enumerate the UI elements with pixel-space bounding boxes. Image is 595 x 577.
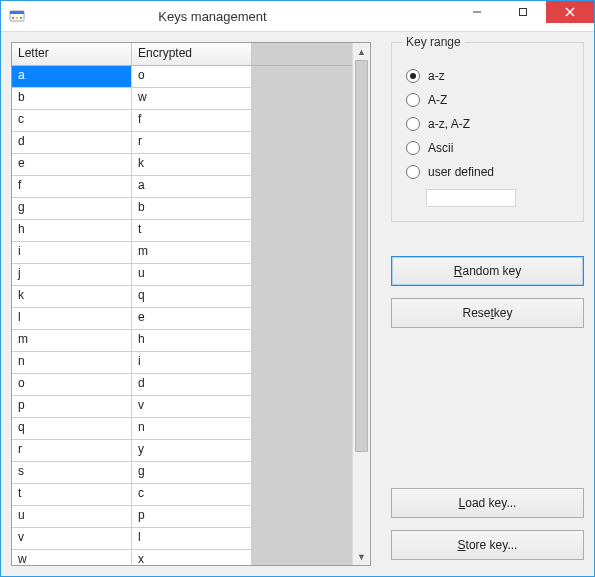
table-row[interactable]: dr xyxy=(12,132,252,154)
cell-letter[interactable]: i xyxy=(12,242,132,263)
cell-letter[interactable]: w xyxy=(12,550,132,565)
cell-letter[interactable]: l xyxy=(12,308,132,329)
cell-encrypted[interactable]: g xyxy=(132,462,252,483)
cell-letter[interactable]: f xyxy=(12,176,132,197)
cell-encrypted[interactable]: q xyxy=(132,286,252,307)
scroll-up-button[interactable]: ▲ xyxy=(353,43,370,60)
cell-letter[interactable]: s xyxy=(12,462,132,483)
column-header-encrypted[interactable]: Encrypted xyxy=(132,43,252,65)
cell-encrypted[interactable]: h xyxy=(132,330,252,351)
cell-encrypted[interactable]: c xyxy=(132,484,252,505)
cell-encrypted[interactable]: a xyxy=(132,176,252,197)
table-row[interactable]: sg xyxy=(12,462,252,484)
cell-encrypted[interactable]: m xyxy=(132,242,252,263)
table-row[interactable]: fa xyxy=(12,176,252,198)
cell-encrypted[interactable]: i xyxy=(132,352,252,373)
radio-label: Ascii xyxy=(428,141,453,155)
table-row[interactable]: im xyxy=(12,242,252,264)
cell-letter[interactable]: t xyxy=(12,484,132,505)
cell-encrypted[interactable]: t xyxy=(132,220,252,241)
reset-key-button[interactable]: Reset key xyxy=(391,298,584,328)
table-row[interactable]: ni xyxy=(12,352,252,374)
cell-encrypted[interactable]: e xyxy=(132,308,252,329)
table-row[interactable]: ry xyxy=(12,440,252,462)
cell-encrypted[interactable]: x xyxy=(132,550,252,565)
cell-letter[interactable]: b xyxy=(12,88,132,109)
cell-letter[interactable]: p xyxy=(12,396,132,417)
cell-encrypted[interactable]: b xyxy=(132,198,252,219)
table-row[interactable]: bw xyxy=(12,88,252,110)
radio-icon[interactable] xyxy=(406,69,420,83)
radio-icon[interactable] xyxy=(406,93,420,107)
cell-letter[interactable]: q xyxy=(12,418,132,439)
table-row[interactable]: mh xyxy=(12,330,252,352)
cell-encrypted[interactable]: d xyxy=(132,374,252,395)
table-row[interactable]: qn xyxy=(12,418,252,440)
radio-option[interactable]: a-z, A-Z xyxy=(406,117,569,131)
cell-encrypted[interactable]: p xyxy=(132,506,252,527)
user-defined-input[interactable] xyxy=(426,189,516,207)
radio-label: a-z xyxy=(428,69,445,83)
cell-encrypted[interactable]: u xyxy=(132,264,252,285)
cell-encrypted[interactable]: l xyxy=(132,528,252,549)
random-key-button[interactable]: Random key xyxy=(391,256,584,286)
cell-letter[interactable]: e xyxy=(12,154,132,175)
table-row[interactable]: tc xyxy=(12,484,252,506)
cell-encrypted[interactable]: k xyxy=(132,154,252,175)
cell-letter[interactable]: d xyxy=(12,132,132,153)
titlebar: Keys management xyxy=(1,1,594,32)
cell-encrypted[interactable]: w xyxy=(132,88,252,109)
radio-option[interactable]: Ascii xyxy=(406,141,569,155)
cell-letter[interactable]: a xyxy=(12,66,132,87)
radio-icon[interactable] xyxy=(406,165,420,179)
cell-letter[interactable]: n xyxy=(12,352,132,373)
table-row[interactable]: ht xyxy=(12,220,252,242)
store-key-button[interactable]: Store key... xyxy=(391,530,584,560)
load-key-button[interactable]: Load key... xyxy=(391,488,584,518)
table-row[interactable]: wx xyxy=(12,550,252,565)
column-header-letter[interactable]: Letter xyxy=(12,43,132,65)
table-row[interactable]: gb xyxy=(12,198,252,220)
radio-option[interactable]: a-z xyxy=(406,69,569,83)
table-row[interactable]: cf xyxy=(12,110,252,132)
table-row[interactable]: ek xyxy=(12,154,252,176)
grid-header: Letter Encrypted xyxy=(12,43,352,66)
table-row[interactable]: ao xyxy=(12,66,252,88)
svg-point-3 xyxy=(16,17,18,19)
maximize-button[interactable] xyxy=(500,1,546,23)
cell-encrypted[interactable]: f xyxy=(132,110,252,131)
scroll-down-button[interactable]: ▼ xyxy=(353,548,370,565)
cell-encrypted[interactable]: n xyxy=(132,418,252,439)
vertical-scrollbar[interactable]: ▲ ▼ xyxy=(352,43,370,565)
cell-letter[interactable]: j xyxy=(12,264,132,285)
cell-letter[interactable]: o xyxy=(12,374,132,395)
cell-letter[interactable]: v xyxy=(12,528,132,549)
cell-letter[interactable]: k xyxy=(12,286,132,307)
table-row[interactable]: le xyxy=(12,308,252,330)
table-row[interactable]: pv xyxy=(12,396,252,418)
table-row[interactable]: ju xyxy=(12,264,252,286)
radio-icon[interactable] xyxy=(406,117,420,131)
radio-icon[interactable] xyxy=(406,141,420,155)
cell-letter[interactable]: m xyxy=(12,330,132,351)
table-row[interactable]: od xyxy=(12,374,252,396)
cell-letter[interactable]: h xyxy=(12,220,132,241)
table-row[interactable]: vl xyxy=(12,528,252,550)
scroll-track[interactable] xyxy=(353,60,370,548)
table-row[interactable]: up xyxy=(12,506,252,528)
cell-encrypted[interactable]: y xyxy=(132,440,252,461)
minimize-button[interactable] xyxy=(454,1,500,23)
cell-letter[interactable]: r xyxy=(12,440,132,461)
cell-letter[interactable]: u xyxy=(12,506,132,527)
keys-grid[interactable]: Letter Encrypted aobwcfdrekfagbhtimjukql… xyxy=(11,42,371,566)
scroll-thumb[interactable] xyxy=(355,60,368,452)
cell-letter[interactable]: c xyxy=(12,110,132,131)
cell-encrypted[interactable]: v xyxy=(132,396,252,417)
radio-option[interactable]: user defined xyxy=(406,165,569,179)
cell-letter[interactable]: g xyxy=(12,198,132,219)
table-row[interactable]: kq xyxy=(12,286,252,308)
cell-encrypted[interactable]: r xyxy=(132,132,252,153)
cell-encrypted[interactable]: o xyxy=(132,66,252,87)
close-button[interactable] xyxy=(546,1,594,23)
radio-option[interactable]: A-Z xyxy=(406,93,569,107)
